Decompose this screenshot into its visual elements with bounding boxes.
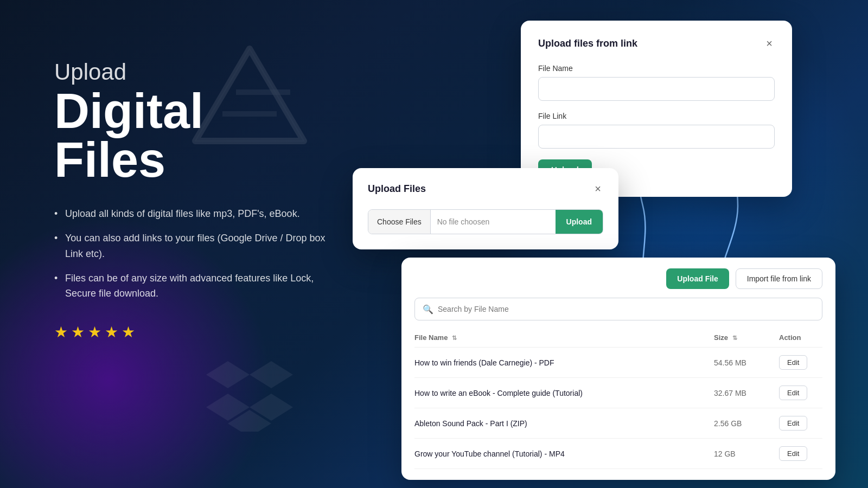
file-input-row: Choose Files No file choosen Upload [368,209,603,234]
file-name-label: File Name [538,64,775,73]
file-action-cell: Edit [779,439,822,469]
modal-files-header: Upload Files × [368,181,603,196]
edit-button[interactable]: Edit [779,386,807,400]
modal-link-header: Upload files from link × [538,36,775,51]
col-header-filename[interactable]: File Name ⇅ [414,329,714,348]
file-name-input[interactable] [538,77,775,101]
file-name-cell: How to win friends (Dale Carnegie) - PDF [414,348,714,378]
file-size-cell: 2.56 GB [714,408,779,439]
table-row: How to write an eBook - Complete guide (… [414,378,822,408]
digital-word: Digital [54,84,203,138]
search-icon: 🔍 [423,304,433,314]
file-link-input[interactable] [538,125,775,149]
modal-files-title: Upload Files [368,183,426,195]
table-row: How to win friends (Dale Carnegie) - PDF… [414,348,822,378]
search-input[interactable] [438,305,814,313]
star-4: ★ [105,323,118,341]
bullet-item-3: Files can be of any size with advanced f… [54,271,336,302]
file-action-cell: Edit [779,378,822,408]
upload-files-button[interactable]: Upload [556,210,603,234]
modal-link-close-button[interactable]: × [764,36,775,51]
files-word: Files [54,133,165,187]
file-name-cell: Ableton Sound Pack - Part I (ZIP) [414,408,714,439]
svg-marker-5 [250,361,293,388]
left-content: Upload Digital Files Upload all kinds of… [54,60,336,341]
bullet-item-2: You can also add links to your files (Go… [54,230,336,262]
file-size-cell: 32.67 MB [714,378,779,408]
choose-files-button[interactable]: Choose Files [368,210,431,234]
upload-files-modal: Upload Files × Choose Files No file choo… [353,168,618,249]
file-size-cell: 12 GB [714,439,779,469]
star-5: ★ [122,323,135,341]
file-action-cell: Edit [779,348,822,378]
feature-list: Upload all kinds of digital files like m… [54,206,336,301]
star-rating: ★ ★ ★ ★ ★ [54,323,336,341]
sort-filename-icon: ⇅ [452,335,457,341]
file-name-cell: How to write an eBook - Complete guide (… [414,378,714,408]
edit-button[interactable]: Edit [779,446,807,461]
upload-file-button[interactable]: Upload File [666,268,729,289]
import-file-from-link-button[interactable]: Import file from link [736,268,822,289]
star-3: ★ [88,323,101,341]
dropbox-icon-background [206,356,293,434]
file-action-cell: Edit [779,408,822,439]
edit-button[interactable]: Edit [779,355,807,370]
star-2: ★ [71,323,85,341]
bullet-item-1: Upload all kinds of digital files like m… [54,206,336,222]
no-file-chosen-text: No file choosen [431,210,556,234]
file-link-label: File Link [538,112,775,120]
file-manager-top-bar: Upload File Import file from link [414,268,822,289]
digital-files-label: Digital Files [54,87,336,184]
modal-files-close-button[interactable]: × [592,181,603,196]
star-1: ★ [54,323,68,341]
col-header-size[interactable]: Size ⇅ [714,329,779,348]
file-link-group: File Link [538,112,775,149]
sort-size-icon: ⇅ [732,335,737,341]
modal-link-title: Upload files from link [538,38,637,49]
search-bar: 🔍 [414,298,822,320]
upload-label: Upload [54,60,336,85]
file-table: File Name ⇅ Size ⇅ Action How to win fri… [414,329,822,469]
table-row: Grow your YouTube channel (Tutorial) - M… [414,439,822,469]
file-manager-panel: Upload File Import file from link 🔍 File… [401,258,835,480]
svg-marker-4 [206,361,250,388]
col-header-action: Action [779,329,822,348]
edit-button[interactable]: Edit [779,416,807,431]
file-name-cell: Grow your YouTube channel (Tutorial) - M… [414,439,714,469]
table-row: Ableton Sound Pack - Part I (ZIP) 2.56 G… [414,408,822,439]
file-size-cell: 54.56 MB [714,348,779,378]
file-name-group: File Name [538,64,775,101]
